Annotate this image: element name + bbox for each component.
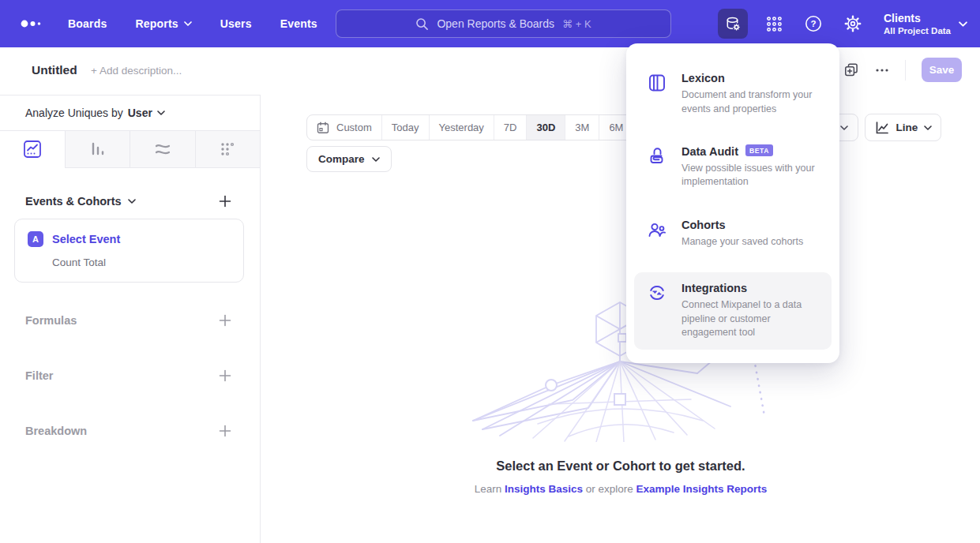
global-search-input[interactable]: Open Reports & Boards ⌘ + K xyxy=(336,9,671,38)
chart-type-tabs xyxy=(0,131,260,168)
cohorts-people-icon xyxy=(647,219,669,249)
nav-item-events[interactable]: Events xyxy=(280,17,317,30)
add-filter-button[interactable] xyxy=(219,369,231,382)
settings-button[interactable] xyxy=(839,10,866,37)
book-icon xyxy=(647,72,669,117)
date-range-yesterday[interactable]: Yesterday xyxy=(429,115,494,140)
search-icon xyxy=(415,17,429,31)
analyze-label: Analyze Uniques by xyxy=(25,107,123,119)
chart-style-label: Line xyxy=(896,122,918,133)
project-selector[interactable]: Clients All Project Data xyxy=(884,12,967,36)
report-title[interactable]: Untitled xyxy=(32,63,77,77)
compare-button[interactable]: Compare xyxy=(306,146,392,172)
nav-item-label: Reports xyxy=(135,17,178,30)
duplicate-icon xyxy=(843,62,859,78)
filter-label: Filter xyxy=(25,369,53,382)
sidebar-section-formulas: Formulas xyxy=(0,311,260,330)
search-shortcut: ⌘ + K xyxy=(562,18,591,30)
plus-icon xyxy=(219,425,231,437)
add-breakdown-button[interactable] xyxy=(219,425,231,437)
date-range-7d[interactable]: 7D xyxy=(494,115,527,140)
empty-state-title: Select an Event or Cohort to get started… xyxy=(261,459,980,474)
line-chart-icon xyxy=(874,120,890,136)
integrations-sync-icon xyxy=(647,282,669,340)
tab-bar-chart[interactable] xyxy=(65,131,130,168)
chart-style-selector[interactable]: Line xyxy=(865,114,941,141)
nav-item-label: Users xyxy=(220,17,252,30)
events-cohorts-toggle[interactable]: Events & Cohorts xyxy=(25,195,136,208)
date-range-today[interactable]: Today xyxy=(381,115,429,140)
mixpanel-app: Boards Reports Users Events Open Reports… xyxy=(0,0,980,543)
primary-nav: Boards Reports Users Events xyxy=(68,17,317,30)
mixpanel-logo[interactable] xyxy=(19,14,51,33)
nav-item-reports[interactable]: Reports xyxy=(135,17,191,30)
sidebar-section-filter: Filter xyxy=(0,366,260,385)
tab-retention[interactable] xyxy=(195,131,261,168)
data-management-button[interactable] xyxy=(718,9,748,39)
menu-item-description: Manage your saved cohorts xyxy=(681,235,803,249)
event-series-badge: A xyxy=(28,231,43,247)
add-formula-button[interactable] xyxy=(219,314,231,327)
nav-item-users[interactable]: Users xyxy=(220,17,252,30)
more-options-button[interactable] xyxy=(875,63,889,77)
date-range-label: Custom xyxy=(336,122,372,133)
events-cohorts-header: Events & Cohorts xyxy=(0,195,260,208)
tab-flow[interactable] xyxy=(130,131,195,168)
nav-item-boards[interactable]: Boards xyxy=(68,17,107,30)
menu-item-description: Document and transform your events and p… xyxy=(681,88,822,117)
flow-icon xyxy=(153,140,172,159)
formulas-label: Formulas xyxy=(25,314,77,327)
nav-item-label: Events xyxy=(280,17,317,30)
apps-grid-icon xyxy=(766,16,783,32)
date-range-label: 6M xyxy=(609,122,623,133)
add-description-field[interactable]: + Add description... xyxy=(91,65,182,77)
database-gear-icon xyxy=(724,15,742,32)
more-dots-icon xyxy=(875,63,889,77)
report-canvas: Custom Today Yesterday 7D 30D 3M 6M Comp… xyxy=(261,95,980,543)
date-range-label: 7D xyxy=(504,122,517,133)
retention-grid-icon xyxy=(218,140,237,159)
menu-item-cohorts[interactable]: Cohorts Manage your saved cohorts xyxy=(634,209,832,259)
event-card[interactable]: A Select Event Count Total xyxy=(14,219,244,283)
date-range-control: Custom Today Yesterday 7D 30D 3M 6M xyxy=(306,114,633,140)
date-range-custom[interactable]: Custom xyxy=(307,115,381,140)
project-name: Clients xyxy=(884,12,951,26)
analyze-row: Analyze Uniques by User xyxy=(0,95,260,131)
svg-text:?: ? xyxy=(810,19,816,28)
breakdown-label: Breakdown xyxy=(25,425,87,437)
analyze-value: User xyxy=(128,107,152,119)
chevron-down-icon xyxy=(840,125,848,130)
save-button[interactable]: Save xyxy=(922,58,962,82)
mixpanel-logo-icon xyxy=(19,14,46,33)
help-button[interactable]: ? xyxy=(800,10,827,37)
plus-icon xyxy=(219,195,231,208)
empty-state-hint: Learn Insights Basics or explore Example… xyxy=(261,483,980,495)
events-cohorts-label: Events & Cohorts xyxy=(25,195,122,208)
menu-item-data-audit[interactable]: Data Audit BETA View possible issues wit… xyxy=(634,136,832,200)
search-placeholder: Open Reports & Boards xyxy=(437,17,554,30)
query-builder-sidebar: Analyze Uniques by User xyxy=(0,95,261,543)
report-actions: Save xyxy=(843,58,962,82)
duplicate-button[interactable] xyxy=(843,62,859,78)
date-range-label: 3M xyxy=(575,122,589,133)
example-insights-reports-link[interactable]: Example Insights Reports xyxy=(636,483,768,495)
tab-insights-line[interactable] xyxy=(0,131,65,168)
hint-text: Learn xyxy=(475,483,502,495)
date-range-30d[interactable]: 30D xyxy=(526,115,565,140)
compare-label: Compare xyxy=(318,153,365,165)
calendar-icon xyxy=(317,122,329,134)
event-aggregation[interactable]: Count Total xyxy=(52,257,231,268)
analyze-by-selector[interactable]: User xyxy=(128,107,165,119)
insights-basics-link[interactable]: Insights Basics xyxy=(505,483,583,495)
menu-item-description: View possible issues with your implement… xyxy=(681,162,822,190)
chevron-down-icon xyxy=(157,110,165,115)
menu-item-lexicon[interactable]: Lexicon Document and transform your even… xyxy=(634,62,832,126)
apps-grid-button[interactable] xyxy=(760,10,787,37)
date-range-3m[interactable]: 3M xyxy=(565,115,599,140)
menu-item-title: Lexicon xyxy=(681,72,822,84)
insights-line-icon xyxy=(23,140,42,159)
add-event-button[interactable] xyxy=(219,195,231,208)
chevron-down-icon xyxy=(372,157,380,162)
select-event-button[interactable]: Select Event xyxy=(52,233,120,245)
menu-item-integrations[interactable]: Integrations Connect Mixpanel to a data … xyxy=(634,272,832,350)
